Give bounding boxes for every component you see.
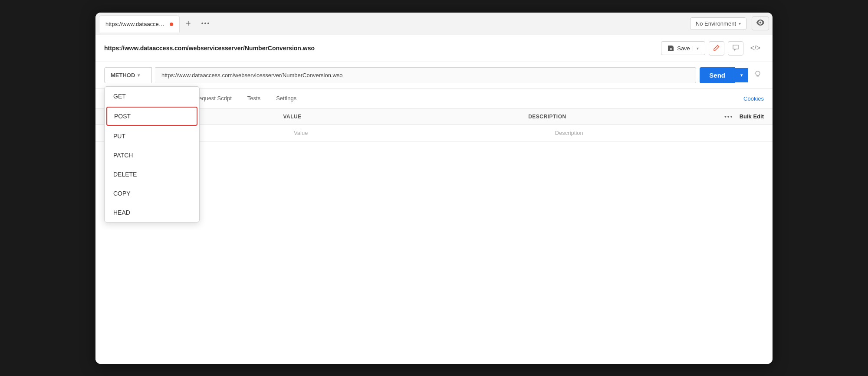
save-button[interactable]: Save ▾: [661, 41, 705, 55]
svg-point-0: [756, 71, 760, 75]
more-options-button[interactable]: •••: [724, 113, 733, 120]
method-option-head[interactable]: HEAD: [105, 203, 199, 222]
environment-selector[interactable]: No Environment ▾: [690, 17, 746, 30]
tab-bar-right: No Environment ▾: [690, 16, 769, 30]
method-option-get[interactable]: GET: [105, 87, 199, 106]
environment-eye-button[interactable]: [752, 16, 769, 30]
method-label: METHOD: [111, 72, 135, 78]
url-bar-actions: Save ▾ </>: [661, 41, 764, 56]
tab-more-button[interactable]: •••: [199, 18, 213, 29]
active-tab[interactable]: https://www.dataaccess.c: [99, 15, 180, 33]
cookies-link[interactable]: Cookies: [743, 95, 764, 102]
method-dropdown-menu: GET POST PUT PATCH DELETE COPY HEAD: [104, 86, 200, 222]
description-input[interactable]: [555, 130, 764, 136]
value-input[interactable]: [294, 130, 555, 136]
col-description-header: DESCRIPTION: [528, 114, 724, 120]
chevron-down-icon: ▾: [739, 21, 741, 26]
request-row: METHOD ▾ Send ▾ GET POST PUT PATCH DELET…: [95, 62, 773, 89]
chevron-down-icon: ▾: [138, 73, 140, 78]
method-selector[interactable]: METHOD ▾: [104, 67, 152, 83]
tab-bar-actions: + •••: [183, 17, 213, 30]
main-window: https://www.dataaccess.c + ••• No Enviro…: [95, 13, 773, 364]
code-button[interactable]: </>: [747, 43, 764, 54]
method-option-post[interactable]: POST: [106, 107, 197, 126]
send-dropdown-button[interactable]: ▾: [735, 68, 748, 82]
url-display: https://www.dataaccess.com/webservicesse…: [104, 45, 656, 52]
send-button[interactable]: Send: [700, 67, 735, 83]
send-button-group: Send ▾: [700, 67, 748, 83]
tab-tests[interactable]: Tests: [240, 89, 268, 108]
bulk-edit-button[interactable]: Bulk Edit: [740, 113, 764, 120]
save-chevron-icon: ▾: [693, 46, 699, 51]
tab-settings[interactable]: Settings: [268, 89, 304, 108]
tabs-row-right: Cookies: [743, 95, 764, 102]
method-option-put[interactable]: PUT: [105, 127, 199, 146]
row-value-cell: [294, 130, 555, 136]
lightbulb-button[interactable]: [752, 68, 764, 82]
col-value-header: VALUE: [283, 114, 528, 120]
env-label: No Environment: [696, 20, 736, 27]
col-actions-header: ••• Bulk Edit: [724, 113, 764, 120]
save-label: Save: [677, 45, 690, 52]
method-option-delete[interactable]: DELETE: [105, 165, 199, 184]
url-bar-row: https://www.dataaccess.com/webservicesse…: [95, 35, 773, 62]
comment-button[interactable]: [728, 41, 743, 56]
edit-button[interactable]: [709, 41, 724, 56]
tab-bar: https://www.dataaccess.c + ••• No Enviro…: [95, 13, 773, 35]
add-tab-button[interactable]: +: [183, 17, 194, 30]
tab-title: https://www.dataaccess.c: [105, 21, 166, 27]
method-option-patch[interactable]: PATCH: [105, 146, 199, 165]
row-description-cell: [555, 130, 764, 136]
tab-modified-dot: [170, 23, 173, 26]
method-option-copy[interactable]: COPY: [105, 184, 199, 203]
url-input[interactable]: [155, 67, 696, 83]
